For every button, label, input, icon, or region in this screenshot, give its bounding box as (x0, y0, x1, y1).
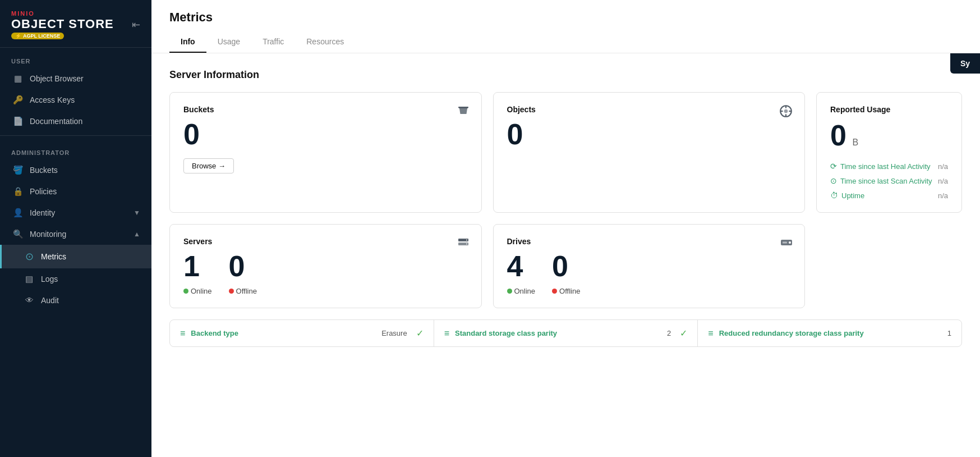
uptime-label: ⏱ Uptime (830, 191, 864, 200)
lightning-icon: ⚡ (15, 33, 21, 39)
main-body: Sy Server Information Buckets 0 Browse → (151, 53, 980, 457)
drives-card-title: Drives (507, 237, 792, 246)
bucket-icon: 🪣 (13, 165, 23, 175)
objects-value: 0 (507, 118, 792, 150)
drives-online-status: Online (507, 287, 536, 295)
objects-card-title: Objects (507, 105, 792, 114)
sidebar-item-monitoring[interactable]: 🔍 Monitoring ▲ (0, 223, 151, 245)
sidebar-collapse-button[interactable]: ⇤ (132, 19, 140, 31)
top-cards-row: Buckets 0 Browse → Objects (169, 92, 962, 213)
reduced-parity-label[interactable]: Reduced redundancy storage class parity (719, 329, 942, 337)
logo-area: MINIO OBJECT STORE ⚡ AGPL LICENSE (11, 10, 114, 39)
heal-activity-value: n/a (938, 162, 948, 171)
servers-offline-value: 0 (229, 250, 257, 282)
logo-license: ⚡ AGPL LICENSE (11, 33, 114, 39)
tab-resources[interactable]: Resources (295, 31, 355, 53)
logs-icon: ▤ (24, 274, 34, 284)
sy-button[interactable]: Sy (950, 53, 980, 74)
servers-offline-status: Offline (229, 287, 257, 295)
drive-online-dot (507, 289, 512, 294)
sidebar-item-logs[interactable]: ▤ Logs (0, 268, 151, 290)
scan-icon: ⊙ (830, 176, 837, 185)
scan-activity-label: ⊙ Time since last Scan Activity (830, 176, 932, 185)
standard-parity-label[interactable]: Standard storage class parity (455, 329, 661, 337)
sidebar-item-label: Documentation (30, 117, 82, 126)
uptime-row: ⏱ Uptime n/a (830, 191, 948, 200)
svg-point-10 (466, 240, 467, 241)
object-browser-icon: ▦ (13, 74, 23, 84)
browse-button[interactable]: Browse → (183, 158, 234, 173)
logo-brand: MINIO (11, 10, 114, 17)
usage-stats: ⟳ Time since last Heal Activity n/a ⊙ Ti… (830, 162, 948, 200)
user-section-label: User (0, 48, 151, 68)
sidebar: MINIO OBJECT STORE ⚡ AGPL LICENSE ⇤ User… (0, 0, 151, 457)
license-badge: ⚡ AGPL LICENSE (11, 33, 64, 39)
sidebar-item-policies[interactable]: 🔒 Policies (0, 181, 151, 202)
bottom-cards-row: Servers 1 Online (169, 224, 962, 308)
sidebar-item-identity[interactable]: 👤 Identity ▼ (0, 202, 151, 223)
backend-type-label[interactable]: Backend type (191, 329, 376, 337)
sidebar-item-documentation[interactable]: 📄 Documentation (0, 111, 151, 132)
reported-usage-unit: B (852, 138, 858, 147)
drives-offline-status: Offline (552, 287, 580, 295)
sidebar-item-metrics[interactable]: ⊙ Metrics (0, 245, 151, 268)
objects-card: Objects 0 (493, 92, 806, 213)
logo-title: OBJECT STORE (11, 17, 114, 31)
reported-usage-title: Reported Usage (830, 105, 948, 114)
info-cell-backend: ≡ Backend type Erasure ✓ (170, 320, 434, 346)
drives-values-row: 4 Online 0 Offline (507, 250, 792, 295)
buckets-card-title: Buckets (183, 105, 468, 114)
standard-parity-check-icon: ✓ (680, 328, 687, 339)
doc-icon: 📄 (13, 116, 23, 126)
servers-online-status: Online (183, 287, 212, 295)
online-dot (183, 289, 188, 294)
info-rows: ≡ Backend type Erasure ✓ ≡ Standard stor… (169, 319, 962, 347)
drives-card: Drives 4 Online (493, 224, 806, 308)
tab-usage[interactable]: Usage (206, 31, 251, 53)
sidebar-item-object-browser[interactable]: ▦ Object Browser (0, 68, 151, 89)
backend-check-icon: ✓ (416, 328, 424, 339)
sidebar-item-label: Buckets (30, 166, 58, 175)
drives-offline-value: 0 (552, 250, 580, 282)
policy-icon: 🔒 (13, 186, 23, 196)
page-title: Metrics (169, 10, 962, 31)
servers-online-value: 1 (183, 250, 212, 282)
uptime-value: n/a (938, 191, 948, 200)
sidebar-item-access-keys[interactable]: 🔑 Access Keys (0, 89, 151, 111)
servers-card: Servers 1 Online (169, 224, 482, 308)
sidebar-item-audit[interactable]: 👁 Audit (0, 290, 151, 310)
drives-icon (780, 236, 793, 253)
tab-traffic[interactable]: Traffic (251, 31, 295, 53)
admin-section-label: Administrator (0, 139, 151, 159)
scan-activity-row: ⊙ Time since last Scan Activity n/a (830, 176, 948, 185)
sidebar-item-label: Policies (30, 187, 57, 196)
drives-online-value: 4 (507, 250, 536, 282)
info-cell-standard-parity: ≡ Standard storage class parity 2 ✓ (434, 320, 698, 346)
sidebar-item-buckets[interactable]: 🪣 Buckets (0, 159, 151, 181)
offline-dot (229, 289, 234, 294)
audit-icon: 👁 (24, 295, 34, 305)
buckets-icon (457, 104, 470, 121)
heal-activity-row: ⟳ Time since last Heal Activity n/a (830, 162, 948, 171)
sidebar-item-label: Metrics (41, 252, 66, 261)
scan-activity-value: n/a (938, 177, 948, 185)
standard-parity-row-icon: ≡ (444, 328, 449, 339)
uptime-icon: ⏱ (830, 191, 838, 200)
svg-point-13 (789, 241, 791, 244)
reported-usage-card: Reported Usage 0 B ⟳ Time since last Hea… (816, 92, 962, 213)
sidebar-item-label: Audit (41, 296, 59, 305)
chevron-down-icon: ▼ (134, 209, 140, 217)
heal-icon: ⟳ (830, 162, 837, 171)
svg-point-11 (466, 244, 467, 245)
tab-info[interactable]: Info (169, 31, 206, 53)
monitoring-icon: 🔍 (13, 229, 23, 239)
reduced-parity-value: 1 (947, 329, 951, 337)
tabs: Info Usage Traffic Resources (169, 31, 962, 53)
sidebar-item-label: Identity (30, 208, 55, 217)
backend-row-icon: ≡ (180, 328, 185, 339)
sidebar-item-label: Logs (41, 275, 58, 284)
info-cell-reduced-parity: ≡ Reduced redundancy storage class parit… (698, 320, 961, 346)
sidebar-item-label: Access Keys (30, 95, 75, 104)
buckets-card: Buckets 0 Browse → (169, 92, 482, 213)
main-header: Metrics Info Usage Traffic Resources (151, 0, 980, 53)
